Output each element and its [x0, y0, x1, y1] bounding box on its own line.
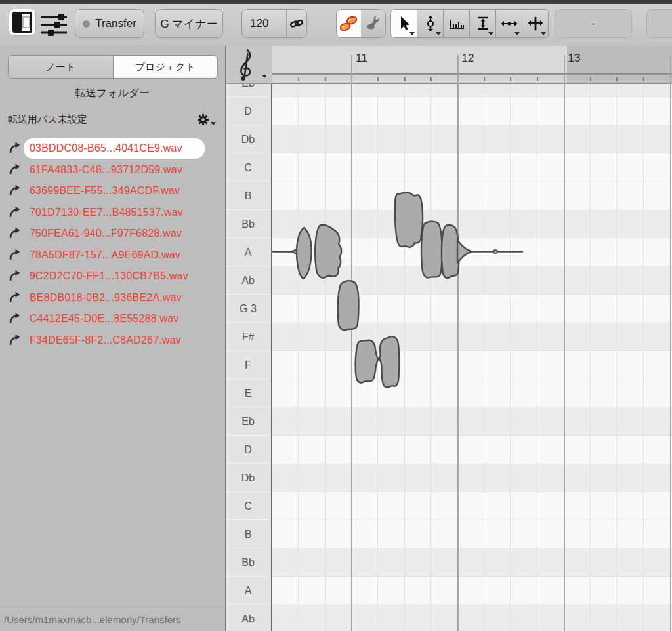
file-name: C4412E45-D0E...8E55288.wav [30, 313, 179, 325]
transfer-path-status: 転送用パス未設定 [8, 113, 197, 126]
transfer-arrow-icon [8, 312, 22, 326]
formant-tool-icon [475, 15, 491, 32]
pitch-grid-row [272, 464, 672, 492]
melodyne-window: Transfer G マイナー 120 [0, 0, 672, 631]
beat-gridline [298, 84, 299, 631]
pitch-ruler-label: F [226, 351, 270, 379]
pointer-tool-button[interactable] [391, 10, 417, 37]
note-blobs-icon [339, 15, 359, 32]
pitch-grid-row [272, 182, 672, 210]
clef-selector[interactable] [226, 46, 272, 84]
transfer-folder-heading: 転送フォルダー [0, 87, 225, 100]
setup-button[interactable] [361, 10, 385, 37]
pitch-ruler-label: A [226, 238, 270, 266]
pitch-ruler-label: C [226, 153, 270, 182]
pitch-grid-row [272, 436, 672, 464]
beat-tick [404, 77, 406, 81]
file-name: 61FA4833-C48...93712D59.wav [30, 164, 182, 176]
bar-number-ruler[interactable]: 111213 [272, 46, 672, 73]
transfer-file-item[interactable]: F34DE65F-8F2...C8AD267.wav [0, 330, 226, 352]
beat-gridline [377, 84, 378, 631]
pitch-ruler-label: D [226, 97, 270, 125]
tempo-link-button[interactable] [286, 10, 306, 37]
transfer-path-row: 転送用パス未設定 [8, 112, 216, 127]
timeline-after-content-shade [567, 46, 672, 73]
pitch-ruler-label: Ab [226, 266, 270, 295]
beat-tick [325, 77, 326, 81]
beat-tick [430, 77, 432, 81]
pitch-tool-icon [423, 14, 438, 33]
formant-tool-button[interactable] [470, 10, 496, 37]
beat-tick-ruler[interactable] [272, 73, 672, 84]
pitch-ruler: EbDDbCBBbAAbG 3F#FEEbDDbCBBbAAb [226, 84, 272, 631]
timeline-after-content-shade [567, 75, 672, 83]
beat-gridline [510, 84, 511, 631]
sidebar-tabs: ノートプロジェクト [8, 55, 218, 79]
beat-gridline [643, 84, 644, 631]
pitch-grid[interactable] [272, 84, 672, 631]
sidebar: ノートプロジェクト 転送フォルダー 転送用パス未設定 03BDDC08-B65.… [0, 46, 226, 631]
transfer-file-item[interactable]: 61FA4833-C48...93712D59.wav [0, 159, 226, 181]
pitch-grid-row [272, 407, 672, 436]
transfer-file-item[interactable]: 78A5DF87-157...A9E69AD.wav [0, 245, 226, 266]
tab-notes[interactable]: ノート [9, 56, 114, 78]
file-name: 701D7130-EE7...B4851537.wav [30, 207, 183, 218]
beat-tick [377, 77, 379, 81]
transfer-file-item[interactable]: BE8DB018-0B2...936BE2A.wav [0, 287, 226, 309]
tab-project[interactable]: プロジェクト [114, 56, 218, 78]
transfer-arrow-icon [8, 333, 22, 348]
tempo-field[interactable]: 120 [242, 10, 286, 37]
wrench-icon [365, 15, 382, 32]
transfer-settings-button[interactable] [197, 113, 216, 126]
beat-gridline [616, 84, 617, 631]
pitch-ruler-label: Eb [226, 84, 270, 97]
tool-dropdown-arrow [541, 32, 546, 35]
link-icon [289, 16, 304, 31]
pitch-tool-button[interactable] [417, 10, 444, 37]
amplitude-tool-button[interactable] [444, 10, 470, 37]
pitch-grid-row [272, 520, 672, 548]
tool-dropdown-arrow [514, 32, 520, 35]
transfer-arrow-icon [8, 141, 22, 155]
note-separation-tool-button[interactable] [522, 10, 548, 37]
beat-tick [537, 77, 538, 81]
file-name: BE8DB018-0B2...936BE2A.wav [30, 292, 182, 304]
transfer-button[interactable]: Transfer [75, 9, 144, 38]
pitch-ruler-label: Ab [226, 605, 270, 631]
toolbar: Transfer G マイナー 120 [0, 4, 672, 47]
pitch-grid-row [272, 84, 672, 97]
timeline-ruler[interactable]: 111213 [272, 46, 672, 84]
transfer-arrow-icon [8, 205, 22, 220]
beat-tick [484, 77, 485, 81]
pitch-grid-row [272, 210, 672, 238]
tempo-control: 120 [242, 9, 307, 38]
beat-tick [510, 77, 511, 81]
beat-gridline [590, 84, 591, 631]
sidebar-toggle-button[interactable] [9, 9, 35, 35]
tool-group [390, 9, 549, 38]
pitch-grid-row [272, 125, 672, 153]
note-editor[interactable]: 111213 EbDDbCBBbAAbG 3F#FEEbDDbCBBbAAb [226, 46, 672, 631]
transfer-file-item[interactable]: 03BDDC08-B65...4041CE9.wav [0, 138, 226, 159]
transfer-file-item[interactable]: 701D7130-EE7...B4851537.wav [0, 202, 226, 224]
gear-dropdown-arrow [211, 122, 216, 125]
sliders-icon[interactable] [38, 12, 70, 38]
note-editor-button[interactable] [337, 10, 361, 37]
info-field-left: - [555, 9, 632, 38]
beat-tick [590, 77, 591, 81]
transfer-file-item[interactable]: 750FEA61-940...F97F6828.wav [0, 223, 226, 245]
bar-number: 13 [568, 52, 581, 65]
transfer-file-item[interactable]: 63699BEE-F55...349ACDF.wav [0, 180, 226, 202]
pitch-ruler-label: A [226, 577, 270, 605]
key-selector-button[interactable]: G マイナー [155, 9, 223, 38]
treble-clef-icon [236, 48, 258, 82]
pitch-grid-row [272, 351, 672, 379]
transfer-file-item[interactable]: 9C2D2C70-FF1...130CB7B5.wav [0, 266, 226, 287]
beat-gridline [325, 84, 326, 631]
timing-tool-icon [500, 16, 518, 31]
timing-tool-button[interactable] [496, 10, 522, 37]
beat-gridline [484, 84, 484, 631]
transfer-file-item[interactable]: C4412E45-D0E...8E55288.wav [0, 308, 226, 330]
beat-tick [616, 77, 618, 81]
beat-gridline [430, 84, 431, 631]
